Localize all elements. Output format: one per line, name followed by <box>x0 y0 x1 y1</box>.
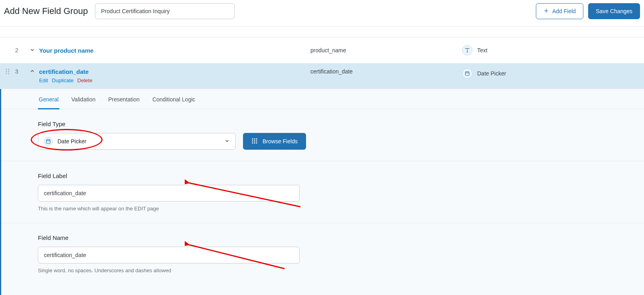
svg-point-24 <box>252 142 253 143</box>
browse-fields-label: Browse Fields <box>263 138 298 145</box>
save-changes-label: Save Changes <box>596 8 632 14</box>
section-field-label: Field Label This is the name which will … <box>1 161 644 223</box>
field-row[interactable]: 3 certification_date Edit Duplicate Dele… <box>0 63 644 89</box>
grid-icon <box>251 138 258 145</box>
add-field-label: Add Field <box>552 8 576 14</box>
delete-action[interactable]: Delete <box>77 77 93 83</box>
row-type-label: Date Picker <box>477 70 506 77</box>
row-type-label: Text <box>477 47 488 53</box>
row-name: product_name <box>310 47 462 53</box>
field-label-input[interactable] <box>38 185 300 202</box>
tab-general[interactable]: General <box>38 96 59 109</box>
field-type-value: Date Picker <box>57 138 86 145</box>
page-title: Add New Field Group <box>4 6 88 16</box>
row-type: Date Picker <box>462 68 644 79</box>
svg-point-6 <box>6 71 7 72</box>
row-label[interactable]: Your product name <box>39 47 93 54</box>
field-name-hint: Single word, no spaces. Underscores and … <box>38 267 644 273</box>
plus-icon <box>543 8 549 15</box>
field-type-label: Field Type <box>38 121 644 127</box>
field-type-select[interactable]: Date Picker <box>38 133 236 150</box>
svg-point-5 <box>8 69 10 70</box>
field-row[interactable]: 2 Your product name product_name Text <box>0 38 644 63</box>
tab-conditional-logic[interactable]: Conditional Logic <box>152 96 196 109</box>
page-header: Add New Field Group Add Field Save Chang… <box>0 0 644 27</box>
collapse-toggle[interactable] <box>26 68 39 75</box>
field-editor: General Validation Presentation Conditio… <box>0 89 644 295</box>
group-name-input[interactable] <box>95 3 235 19</box>
edit-action[interactable]: Edit <box>39 77 48 83</box>
expand-toggle[interactable] <box>26 47 39 54</box>
editor-tabs: General Validation Presentation Conditio… <box>1 89 644 109</box>
browse-fields-button[interactable]: Browse Fields <box>243 133 306 150</box>
add-field-button[interactable]: Add Field <box>536 3 583 19</box>
row-number: 3 <box>15 68 26 75</box>
row-label-col: certification_date Edit Duplicate Delete <box>39 68 310 83</box>
svg-point-26 <box>256 142 257 143</box>
section-field-name: Field Name Single word, no spaces. Under… <box>1 223 644 285</box>
svg-point-22 <box>254 140 255 141</box>
svg-point-9 <box>8 73 10 74</box>
row-type: Text <box>462 45 644 55</box>
row-number: 2 <box>15 47 26 53</box>
calendar-icon <box>462 68 472 79</box>
svg-point-20 <box>256 138 257 139</box>
row-name: certification_date <box>310 68 462 75</box>
field-name-input[interactable] <box>38 247 300 263</box>
text-icon <box>462 45 472 55</box>
row-label[interactable]: certification_date <box>39 68 310 75</box>
field-rows: 2 Your product name product_name Text <box>0 37 644 89</box>
svg-point-4 <box>6 69 7 70</box>
svg-point-8 <box>6 73 7 74</box>
svg-point-18 <box>252 138 253 139</box>
duplicate-action[interactable]: Duplicate <box>52 77 73 83</box>
section-field-type: Field Type Date Picker <box>1 109 644 161</box>
field-label-hint: This is the name which will appear on th… <box>38 206 644 212</box>
chevron-down-icon <box>30 47 35 54</box>
svg-point-7 <box>8 71 10 72</box>
calendar-icon <box>44 137 53 146</box>
row-actions: Edit Duplicate Delete <box>39 77 310 83</box>
chevron-down-icon <box>224 138 230 145</box>
tab-presentation[interactable]: Presentation <box>107 96 140 109</box>
row-label-col: Your product name <box>39 47 310 54</box>
tab-validation[interactable]: Validation <box>71 96 96 109</box>
svg-point-19 <box>254 138 255 139</box>
svg-point-23 <box>256 140 257 141</box>
svg-rect-10 <box>465 72 469 75</box>
svg-point-21 <box>252 140 253 141</box>
svg-point-25 <box>254 142 255 143</box>
drag-handle-icon[interactable] <box>0 68 15 75</box>
chevron-up-icon <box>30 68 35 75</box>
svg-rect-14 <box>46 140 50 143</box>
field-label-label: Field Label <box>38 172 644 179</box>
save-changes-button[interactable]: Save Changes <box>588 3 640 19</box>
field-name-label: Field Name <box>38 234 644 241</box>
